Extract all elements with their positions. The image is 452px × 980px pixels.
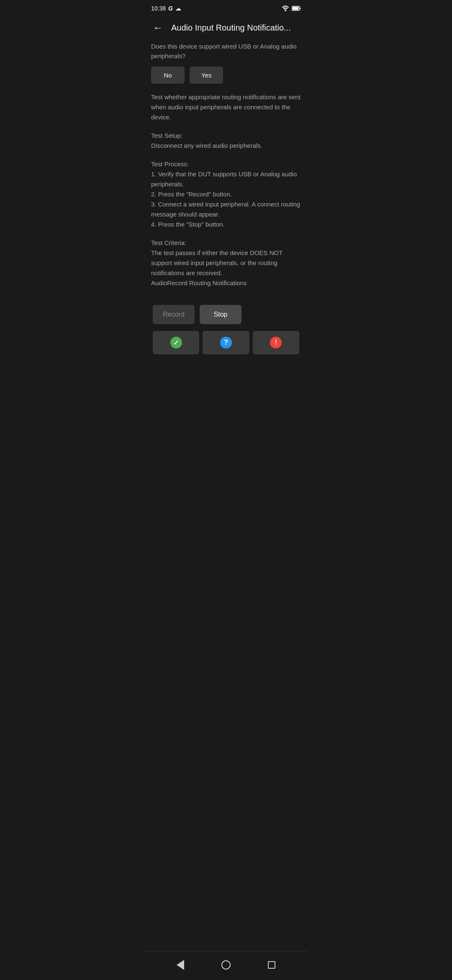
time-label: 10:38: [151, 5, 166, 12]
test-process-section: Test Process: 1. Verify that the DUT sup…: [151, 159, 301, 230]
test-criteria-label: Test Criteria:: [151, 239, 186, 246]
test-name: AudioRecord Routing Notifications: [151, 279, 247, 286]
pass-icon: ✓: [170, 337, 182, 348]
test-setup-label: Test Setup:: [151, 132, 182, 139]
main-content: Does this device support wired USB or An…: [144, 42, 308, 354]
test-process-label: Test Process:: [151, 160, 189, 168]
status-left: 10:38 G ☁: [151, 5, 181, 12]
svg-rect-1: [300, 8, 301, 9]
question-text: Does this device support wired USB or An…: [151, 42, 301, 61]
description-text: Test whether appropriate routing notific…: [151, 92, 301, 122]
no-button[interactable]: No: [151, 67, 185, 84]
test-process-step-3: 3. Connect a wired input peripheral. A c…: [151, 201, 300, 218]
test-setup-section: Test Setup: Disconnect any wired audio p…: [151, 131, 301, 151]
battery-icon: [292, 6, 301, 11]
test-setup-text: Disconnect any wired audio peripherals.: [151, 142, 262, 149]
action-buttons: Record Stop: [151, 305, 301, 324]
yes-button[interactable]: Yes: [190, 67, 223, 84]
wifi-icon: [282, 5, 289, 11]
cloud-icon: ☁: [175, 5, 181, 12]
test-process-step-4: 4. Press the "Stop" button.: [151, 221, 225, 228]
header: ← Audio Input Routing Notificatio...: [144, 15, 308, 42]
info-button[interactable]: ?: [203, 331, 249, 354]
stop-button[interactable]: Stop: [200, 305, 241, 324]
google-icon: G: [168, 5, 173, 12]
status-bar: 10:38 G ☁: [144, 0, 308, 15]
pass-button[interactable]: ✓: [153, 331, 199, 354]
page-title: Audio Input Routing Notificatio...: [171, 23, 301, 33]
test-criteria-text: The test passes if either the device DOE…: [151, 249, 282, 276]
fail-button[interactable]: !: [253, 331, 299, 354]
fail-icon: !: [270, 337, 282, 348]
test-process-step-2: 2. Press the "Record" button.: [151, 191, 232, 198]
result-buttons: ✓ ? !: [151, 331, 301, 354]
svg-rect-2: [293, 7, 299, 10]
info-icon: ?: [220, 337, 232, 348]
record-button[interactable]: Record: [153, 305, 195, 324]
test-process-step-1: 1. Verify that the DUT supports USB or A…: [151, 170, 297, 188]
test-criteria-section: Test Criteria: The test passes if either…: [151, 238, 301, 288]
status-right: [282, 5, 301, 11]
back-button[interactable]: ←: [151, 20, 164, 35]
choice-buttons: No Yes: [151, 67, 301, 84]
